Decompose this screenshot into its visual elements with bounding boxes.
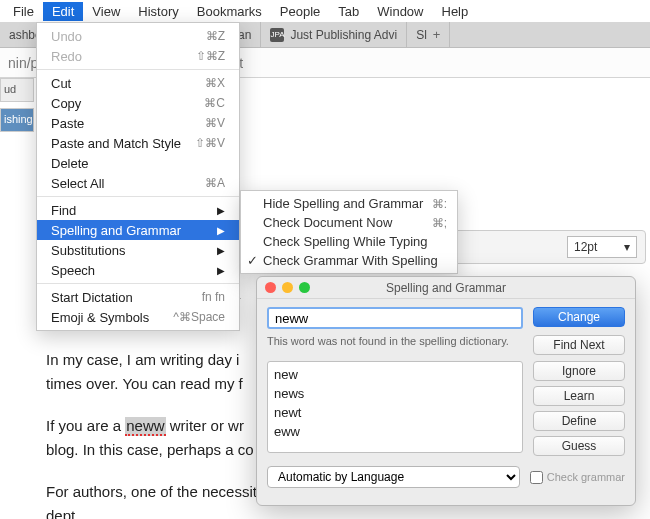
menu-separator — [37, 196, 239, 197]
menubar: FileEditViewHistoryBookmarksPeopleTabWin… — [0, 0, 650, 22]
language-select[interactable]: Automatic by Language — [267, 466, 520, 488]
menu-item-start-dictation[interactable]: Start Dictationfn fn — [37, 287, 239, 307]
suggestion-item[interactable]: newt — [274, 404, 516, 423]
submenu-arrow-icon: ▶ — [217, 245, 225, 256]
suggestion-item[interactable]: news — [274, 385, 516, 404]
menu-item-undo: Undo⌘Z — [37, 26, 239, 46]
menu-item-redo: Redo⇧⌘Z — [37, 46, 239, 66]
status-message: This word was not found in the spelling … — [267, 335, 523, 355]
change-button[interactable]: Change — [533, 307, 625, 327]
shortcut: ⌘: — [432, 197, 447, 211]
shortcut: ^⌘Space — [173, 310, 225, 324]
learn-button[interactable]: Learn — [533, 386, 625, 406]
side-tab-2[interactable]: ishing — [0, 108, 34, 132]
submenu-item-hide-spelling-and-grammar[interactable]: Hide Spelling and Grammar⌘: — [241, 194, 457, 213]
shortcut: fn fn — [202, 290, 225, 304]
suggestions-list[interactable]: newnewsnewteww — [267, 361, 523, 453]
submenu-item-check-spelling-while-typing[interactable]: Check Spelling While Typing — [241, 232, 457, 251]
shortcut: ⌘; — [432, 216, 447, 230]
shortcut: ⌘Z — [206, 29, 225, 43]
shortcut: ⌘A — [205, 176, 225, 190]
misspelled-word-input[interactable] — [267, 307, 523, 329]
menubar-item-help[interactable]: Help — [433, 2, 478, 21]
find-next-button[interactable]: Find Next — [533, 335, 625, 355]
suggestion-item[interactable]: new — [274, 366, 516, 385]
menu-item-copy[interactable]: Copy⌘C — [37, 93, 239, 113]
menu-item-cut[interactable]: Cut⌘X — [37, 73, 239, 93]
submenu-item-check-grammar-with-spelling[interactable]: ✓Check Grammar With Spelling — [241, 251, 457, 270]
menubar-item-history[interactable]: History — [129, 2, 187, 21]
shortcut: ⌘C — [204, 96, 225, 110]
menu-item-speech[interactable]: Speech▶ — [37, 260, 239, 280]
spelling-grammar-panel: Spelling and Grammar Change This word wa… — [256, 276, 636, 506]
submenu-arrow-icon: ▶ — [217, 205, 225, 216]
menu-item-paste[interactable]: Paste⌘V — [37, 113, 239, 133]
shortcut: ⇧⌘Z — [196, 49, 225, 63]
menubar-item-window[interactable]: Window — [368, 2, 432, 21]
suggestion-item[interactable]: eww — [274, 423, 516, 442]
spelling-grammar-submenu: Hide Spelling and Grammar⌘:Check Documen… — [240, 190, 458, 274]
shortcut: ⌘X — [205, 76, 225, 90]
menu-item-find[interactable]: Find▶ — [37, 200, 239, 220]
menu-separator — [37, 69, 239, 70]
browser-tab[interactable]: Sl+ — [407, 22, 450, 47]
edit-menu: Undo⌘ZRedo⇧⌘ZCut⌘XCopy⌘CPaste⌘VPaste and… — [36, 22, 240, 331]
browser-tab[interactable]: JPAJust Publishing Advi — [261, 22, 407, 47]
menu-item-spelling-and-grammar[interactable]: Spelling and Grammar▶ — [37, 220, 239, 240]
check-icon: ✓ — [247, 253, 258, 268]
side-tab-1[interactable]: ud — [0, 78, 34, 102]
menu-item-paste-and-match-style[interactable]: Paste and Match Style⇧⌘V — [37, 133, 239, 153]
submenu-arrow-icon: ▶ — [217, 265, 225, 276]
menu-item-substitutions[interactable]: Substitutions▶ — [37, 240, 239, 260]
menu-item-delete[interactable]: Delete — [37, 153, 239, 173]
check-grammar-checkbox[interactable]: Check grammar — [530, 471, 625, 484]
side-column: ud ishing — [0, 78, 34, 138]
submenu-item-check-document-now[interactable]: Check Document Now⌘; — [241, 213, 457, 232]
define-button[interactable]: Define — [533, 411, 625, 431]
misspelled-word[interactable]: neww — [125, 417, 165, 436]
menu-item-select-all[interactable]: Select All⌘A — [37, 173, 239, 193]
menubar-item-tab[interactable]: Tab — [329, 2, 368, 21]
new-tab-icon[interactable]: + — [433, 27, 441, 42]
ignore-button[interactable]: Ignore — [533, 361, 625, 381]
menu-item-emoji-symbols[interactable]: Emoji & Symbols^⌘Space — [37, 307, 239, 327]
menubar-item-edit[interactable]: Edit — [43, 2, 83, 21]
tab-title: Sl — [416, 28, 427, 42]
favicon: JPA — [270, 28, 284, 42]
panel-title: Spelling and Grammar — [257, 281, 635, 295]
menubar-item-view[interactable]: View — [83, 2, 129, 21]
menubar-item-people[interactable]: People — [271, 2, 329, 21]
menubar-item-file[interactable]: File — [4, 2, 43, 21]
shortcut: ⌘V — [205, 116, 225, 130]
guess-button[interactable]: Guess — [533, 436, 625, 456]
tab-title: Just Publishing Advi — [290, 28, 397, 42]
shortcut: ⇧⌘V — [195, 136, 225, 150]
menubar-item-bookmarks[interactable]: Bookmarks — [188, 2, 271, 21]
submenu-arrow-icon: ▶ — [217, 225, 225, 236]
panel-titlebar[interactable]: Spelling and Grammar — [257, 277, 635, 299]
menu-separator — [37, 283, 239, 284]
